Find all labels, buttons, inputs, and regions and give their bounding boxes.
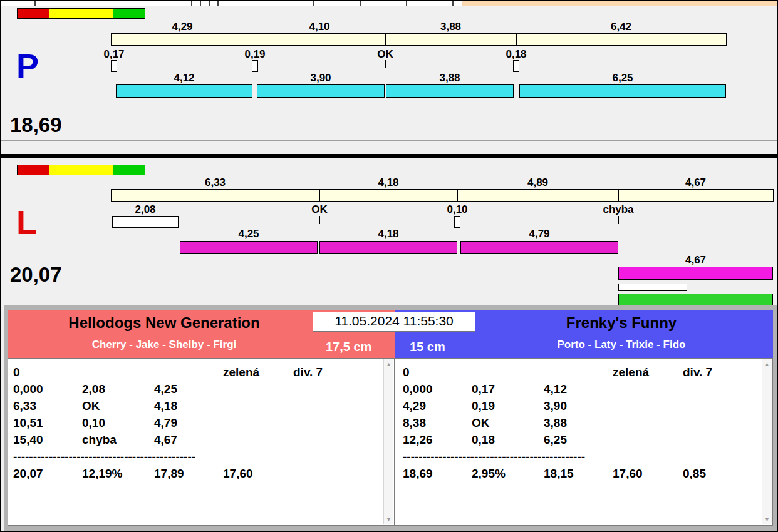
table-cell: 4,29	[403, 397, 472, 414]
run-time-label: 4,79	[505, 228, 574, 240]
table-cell: 0,19	[472, 397, 544, 414]
split-segment	[111, 33, 254, 46]
gap-label: chyba	[584, 203, 653, 216]
split-segment	[516, 33, 727, 46]
table-cell: 4,12	[544, 381, 613, 397]
extra-bar	[618, 294, 773, 306]
table-cell	[613, 414, 683, 431]
team-name: Hellodogs New Generation	[8, 314, 321, 332]
top-edge-tick	[200, 1, 201, 6]
status-segment	[113, 165, 145, 175]
lane-divider	[1, 154, 777, 158]
table-cell	[544, 364, 613, 381]
run-bar	[319, 241, 457, 254]
top-edge-tick	[406, 1, 407, 6]
top-edge-peach-area	[462, 1, 777, 6]
results-panel-left: 0zelenádiv. 70,0002,084,256,33OK4,1810,5…	[8, 358, 395, 526]
table-cell	[154, 364, 223, 381]
total-row: 18,692,95%18,1517,600,85	[403, 465, 762, 482]
run-bar	[519, 84, 726, 98]
scroll-up-icon[interactable]: ▲	[384, 359, 393, 369]
result-row: 8,38OK3,88	[403, 414, 762, 431]
table-cell: 0,000	[13, 381, 82, 397]
table-cell: 0	[403, 364, 472, 381]
table-cell: 4,79	[154, 414, 223, 431]
run-time-label: 6,25	[588, 72, 657, 84]
split-time-label: 4,18	[354, 176, 423, 189]
table-cell: 0,000	[403, 381, 472, 397]
table-cell: 4,18	[154, 397, 223, 414]
table-cell: 18,69	[403, 465, 472, 482]
jump-height-label: 15 cm	[410, 340, 445, 354]
gap-label: 0,17	[80, 48, 148, 61]
table-cell: OK	[472, 414, 544, 431]
scroll-down-icon[interactable]: ▼	[762, 514, 772, 524]
timestamp: 11.05.2024 11:55:30	[313, 312, 475, 332]
result-row: 6,33OK4,18	[13, 397, 384, 414]
run-bar	[180, 241, 318, 254]
gap-marker-box	[454, 216, 460, 228]
gap-label: OK	[285, 203, 354, 216]
split-segment	[385, 33, 517, 46]
table-cell: 18,15	[544, 465, 613, 482]
extra-time-label: 4,67	[661, 254, 730, 267]
top-edge-tick	[313, 1, 314, 6]
table-cell: div. 7	[293, 364, 323, 381]
run-time-label: 4,25	[214, 228, 283, 240]
lane-letter: P	[16, 49, 39, 83]
table-cell: OK	[82, 397, 154, 414]
app-window: P18,694,294,103,886,420,170,19OK0,184,12…	[0, 0, 778, 532]
table-cell: 12,26	[403, 431, 472, 448]
results-table: 0zelenádiv. 70,0000,174,124,290,193,908,…	[395, 359, 762, 525]
gap-label: OK	[351, 48, 420, 61]
table-cell	[613, 431, 683, 448]
split-time-label: 6,42	[587, 21, 656, 33]
scroll-down-icon[interactable]: ▼	[384, 514, 393, 524]
top-edge-tick	[452, 1, 454, 6]
result-row: 12,260,186,25	[403, 431, 762, 448]
gap-label: 0,10	[423, 203, 492, 216]
table-cell: 0,85	[683, 465, 706, 482]
table-cell: zelená	[223, 364, 293, 381]
table-cell: chyba	[82, 431, 154, 448]
split-time-label: 4,89	[504, 176, 573, 189]
table-cell: 8,38	[403, 414, 472, 431]
result-row: 0,0002,084,25	[13, 381, 384, 397]
run-time-label: 4,12	[150, 72, 219, 84]
status-segment	[81, 8, 113, 19]
table-cell: 0	[13, 364, 82, 381]
scrollbar[interactable]: ▲ ▼	[762, 359, 772, 524]
status-segment	[49, 8, 81, 19]
table-cell: 6,33	[13, 397, 82, 414]
result-row: 4,290,193,90	[403, 397, 762, 414]
small-white-rect	[618, 284, 687, 291]
scroll-up-icon[interactable]: ▲	[762, 359, 772, 369]
results-panel-right: 0zelenádiv. 70,0000,174,124,290,193,908,…	[395, 358, 773, 526]
split-segment	[457, 189, 619, 202]
table-cell: 17,60	[223, 465, 293, 482]
table-cell: 17,60	[613, 465, 683, 482]
gap-marker-box	[252, 60, 258, 72]
gap-label: 2,08	[111, 203, 180, 216]
result-row: 10,510,104,79	[13, 414, 384, 431]
result-row: 0,0000,174,12	[403, 381, 762, 397]
split-segment	[111, 189, 320, 202]
result-row: 15,40chyba4,67	[13, 431, 384, 448]
split-segment	[618, 189, 774, 202]
table-cell: 17,89	[154, 465, 223, 482]
jump-height-label: 17,5 cm	[326, 340, 371, 354]
status-segment	[17, 165, 49, 175]
run-bar	[386, 84, 514, 98]
table-cell: 12,19%	[82, 465, 154, 482]
split-time-label: 4,67	[661, 176, 730, 189]
split-time-label: 3,88	[417, 21, 485, 33]
scrollbar[interactable]: ▲ ▼	[383, 359, 393, 524]
table-cell: 3,88	[544, 414, 613, 431]
table-cell	[223, 414, 293, 431]
gap-marker-box	[112, 216, 179, 228]
table-cell: 6,25	[544, 431, 613, 448]
table-cell: 20,07	[13, 465, 82, 482]
gap-marker-box	[513, 60, 519, 72]
table-cell	[223, 431, 293, 448]
table-cell	[223, 381, 293, 397]
